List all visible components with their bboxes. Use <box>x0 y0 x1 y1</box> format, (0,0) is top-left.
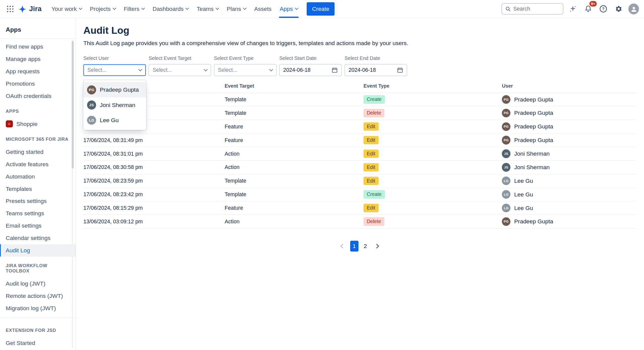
pagination-prev[interactable] <box>337 241 347 251</box>
sidebar-item-teams-settings[interactable]: Teams settings <box>0 207 76 220</box>
row-user-name: Joni Sherman <box>514 150 550 157</box>
date-input-select-end-date[interactable]: 2024-06-18 <box>345 64 407 76</box>
sparkle-icon[interactable] <box>568 4 578 14</box>
row-user-avatar: LG <box>502 204 510 212</box>
sidebar-item-manage-apps[interactable]: Manage apps <box>0 53 76 65</box>
user-option-avatar: JS <box>87 100 96 110</box>
cell-event-target: Template <box>225 106 364 120</box>
sidebar-item-label: Migration log (JWT) <box>6 305 56 312</box>
sidebar-item-shoppie[interactable]: Shoppie <box>0 118 76 130</box>
cell-user: PG Pradeep Gupta <box>502 109 636 117</box>
sidebar-item-label: Promotions <box>6 80 35 87</box>
sidebar-scrollbar[interactable] <box>72 41 74 168</box>
nav-item-projects[interactable]: Projects <box>86 0 120 18</box>
select-select-user[interactable]: Select... <box>83 64 146 76</box>
column-header-event-target: Event Target <box>225 81 364 93</box>
event-type-badge: Edit <box>364 150 379 158</box>
cell-event-target: Template <box>225 174 364 188</box>
cell-event-target: Action <box>225 160 364 174</box>
date-input-select-start-date[interactable]: 2024-06-18 <box>279 64 342 76</box>
sidebar-item-get-started[interactable]: Get Started <box>0 337 76 349</box>
sidebar-section-heading-extension-for-jsd: EXTENSION FOR JSD <box>0 321 76 337</box>
jira-logo[interactable]: Jira <box>16 5 46 13</box>
app-switcher-icon[interactable] <box>4 3 16 15</box>
sidebar-item-audit-log-jwt[interactable]: Audit log (JWT) <box>0 277 76 290</box>
sidebar-item-remote-actions-jwt[interactable]: Remote actions (JWT) <box>0 290 76 302</box>
user-option-joni-sherman[interactable]: JS Joni Sherman <box>83 97 146 113</box>
user-option-lee-gu[interactable]: LG Lee Gu <box>83 113 146 128</box>
sidebar-section-heading-apps: APPS <box>0 102 76 118</box>
sidebar-divider <box>0 38 76 39</box>
settings-gear-icon[interactable] <box>613 4 624 14</box>
sidebar-item-promotions[interactable]: Promotions <box>0 78 76 90</box>
filter-value: Select... <box>218 67 237 73</box>
search-box[interactable] <box>502 3 563 14</box>
help-icon[interactable]: ? <box>598 4 609 14</box>
sidebar-item-app-requests[interactable]: App requests <box>0 65 76 78</box>
nav-item-your-work[interactable]: Your work <box>47 0 86 18</box>
sidebar-item-activate-features[interactable]: Activate features <box>0 158 76 170</box>
cell-user: PG Pradeep Gupta <box>502 136 636 144</box>
nav-item-label: Projects <box>90 6 111 12</box>
search-input[interactable] <box>513 6 559 12</box>
filter: Select Event Target Select... <box>149 55 211 76</box>
notification-count-badge: 9+ <box>589 1 597 6</box>
calendar-icon[interactable] <box>397 67 403 73</box>
user-avatar[interactable] <box>628 4 639 14</box>
select-select-event-target[interactable]: Select... <box>149 64 211 76</box>
column-header-user: User <box>502 81 636 93</box>
nav-item-teams[interactable]: Teams <box>192 0 222 18</box>
cell-date: 17/06/2024, 08:23:59 pm <box>83 174 225 188</box>
nav-item-dashboards[interactable]: Dashboards <box>148 0 192 18</box>
page-button-1[interactable]: 1 <box>350 241 358 251</box>
cell-date: 17/06/2024, 08:31:49 pm <box>83 133 225 147</box>
pagination-next[interactable] <box>372 241 383 251</box>
calendar-icon[interactable] <box>332 67 338 73</box>
sidebar-item-bundled-fields[interactable]: Bundled fields <box>0 349 76 350</box>
filter-value: 2024-06-18 <box>283 67 311 73</box>
sidebar-item-getting-started[interactable]: Getting started <box>0 146 76 158</box>
sidebar-item-label: Automation <box>6 173 35 180</box>
sidebar-item-automation[interactable]: Automation <box>0 170 76 183</box>
row-user-name: Lee Gu <box>514 205 533 212</box>
sidebar-item-presets-settings[interactable]: Presets settings <box>0 195 76 207</box>
sidebar-item-label: OAuth credentials <box>6 93 52 99</box>
chevron-down-icon <box>243 6 247 10</box>
chevron-down-icon <box>79 6 82 10</box>
cell-event-target: Action <box>225 147 364 161</box>
sidebar-item-oauth-credentials[interactable]: OAuth credentials <box>0 90 76 102</box>
chevron-down-icon <box>185 6 189 10</box>
notifications-bell-icon[interactable]: 9+ <box>583 4 593 14</box>
row-user-name: Pradeep Gupta <box>514 123 553 130</box>
nav-item-assets[interactable]: Assets <box>250 0 275 18</box>
select-select-event-type[interactable]: Select... <box>214 64 276 76</box>
create-button[interactable]: Create <box>307 2 335 15</box>
sidebar-item-label: Templates <box>6 186 32 192</box>
cell-user: PG Pradeep Gupta <box>502 217 636 226</box>
sidebar-item-calendar-settings[interactable]: Calendar settings <box>0 232 76 244</box>
nav-item-filters[interactable]: Filters <box>120 0 148 18</box>
chevron-down-icon <box>204 67 208 71</box>
row-user-avatar: PG <box>502 136 510 144</box>
row-user-name: Pradeep Gupta <box>514 137 553 144</box>
cell-user: LG Lee Gu <box>502 204 636 212</box>
cell-event-target: Feature <box>225 201 364 215</box>
user-option-pradeep-gupta[interactable]: PG Pradeep Gupta <box>83 82 146 97</box>
filter-label: Select User <box>83 55 146 61</box>
cell-event-target: Feature <box>225 133 364 147</box>
sidebar-item-audit-log[interactable]: Audit Log <box>0 244 76 257</box>
filter: Select End Date 2024-06-18 <box>345 55 407 76</box>
event-type-badge: Create <box>364 190 385 198</box>
sidebar-item-email-settings[interactable]: Email settings <box>0 220 76 232</box>
sidebar-item-templates[interactable]: Templates <box>0 183 76 195</box>
row-user-avatar: PG <box>502 217 510 226</box>
sidebar-item-find-new-apps[interactable]: Find new apps <box>0 41 76 53</box>
row-user-avatar: PG <box>502 122 510 131</box>
page-button-2[interactable]: 2 <box>361 241 370 251</box>
user-option-avatar: LG <box>87 116 96 125</box>
nav-item-apps[interactable]: Apps <box>275 0 302 18</box>
row-user-name: Lee Gu <box>514 178 533 184</box>
nav-item-plans[interactable]: Plans <box>223 0 250 18</box>
chevron-down-icon <box>295 6 298 10</box>
sidebar-item-migration-log-jwt[interactable]: Migration log (JWT) <box>0 302 76 314</box>
